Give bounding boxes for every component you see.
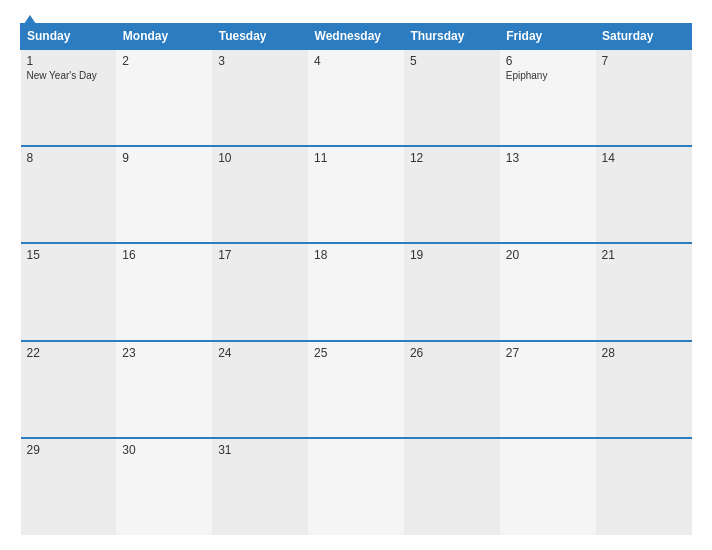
day-cell: 7 (596, 49, 692, 146)
day-number: 20 (506, 248, 590, 262)
day-cell: 12 (404, 146, 500, 243)
day-number: 17 (218, 248, 302, 262)
day-number: 26 (410, 346, 494, 360)
day-header-monday: Monday (116, 24, 212, 50)
day-number: 25 (314, 346, 398, 360)
logo-blue-text (20, 15, 38, 28)
day-cell: 1New Year's Day (21, 49, 117, 146)
day-number: 21 (602, 248, 686, 262)
day-number: 6 (506, 54, 590, 68)
day-cell: 26 (404, 341, 500, 438)
day-cell: 4 (308, 49, 404, 146)
day-cell: 21 (596, 243, 692, 340)
calendar-container: SundayMondayTuesdayWednesdayThursdayFrid… (0, 0, 712, 550)
day-number: 13 (506, 151, 590, 165)
day-cell: 23 (116, 341, 212, 438)
day-cell: 25 (308, 341, 404, 438)
day-cell: 9 (116, 146, 212, 243)
day-number: 29 (27, 443, 111, 457)
day-header-wednesday: Wednesday (308, 24, 404, 50)
day-cell: 2 (116, 49, 212, 146)
day-cell: 30 (116, 438, 212, 535)
day-cell: 15 (21, 243, 117, 340)
day-number: 14 (602, 151, 686, 165)
holiday-name: New Year's Day (27, 70, 111, 81)
logo-triangle-icon (22, 15, 38, 27)
day-cell: 28 (596, 341, 692, 438)
day-cell: 22 (21, 341, 117, 438)
week-row-1: 1New Year's Day23456Epiphany7 (21, 49, 692, 146)
day-cell: 3 (212, 49, 308, 146)
week-row-3: 15161718192021 (21, 243, 692, 340)
day-cell: 18 (308, 243, 404, 340)
day-number: 23 (122, 346, 206, 360)
day-number: 27 (506, 346, 590, 360)
day-number: 12 (410, 151, 494, 165)
day-cell: 10 (212, 146, 308, 243)
day-cell: 31 (212, 438, 308, 535)
day-cell: 14 (596, 146, 692, 243)
week-row-4: 22232425262728 (21, 341, 692, 438)
day-cell: 20 (500, 243, 596, 340)
week-row-5: 293031 (21, 438, 692, 535)
day-number: 31 (218, 443, 302, 457)
day-number: 1 (27, 54, 111, 68)
logo (20, 15, 38, 28)
day-cell: 8 (21, 146, 117, 243)
day-cell: 24 (212, 341, 308, 438)
calendar-table: SundayMondayTuesdayWednesdayThursdayFrid… (20, 23, 692, 535)
day-number: 2 (122, 54, 206, 68)
day-number: 4 (314, 54, 398, 68)
day-cell: 17 (212, 243, 308, 340)
day-number: 5 (410, 54, 494, 68)
day-cell: 5 (404, 49, 500, 146)
day-number: 8 (27, 151, 111, 165)
day-header-saturday: Saturday (596, 24, 692, 50)
day-cell: 16 (116, 243, 212, 340)
day-number: 22 (27, 346, 111, 360)
day-cell (500, 438, 596, 535)
day-header-friday: Friday (500, 24, 596, 50)
day-cell: 29 (21, 438, 117, 535)
day-cell: 6Epiphany (500, 49, 596, 146)
day-cell: 13 (500, 146, 596, 243)
day-number: 24 (218, 346, 302, 360)
day-number: 19 (410, 248, 494, 262)
day-header-thursday: Thursday (404, 24, 500, 50)
day-cell: 27 (500, 341, 596, 438)
day-number: 18 (314, 248, 398, 262)
day-number: 15 (27, 248, 111, 262)
day-header-tuesday: Tuesday (212, 24, 308, 50)
day-number: 28 (602, 346, 686, 360)
day-cell: 11 (308, 146, 404, 243)
day-number: 11 (314, 151, 398, 165)
day-cell (308, 438, 404, 535)
day-cell (404, 438, 500, 535)
day-number: 3 (218, 54, 302, 68)
day-number: 16 (122, 248, 206, 262)
day-number: 30 (122, 443, 206, 457)
holiday-name: Epiphany (506, 70, 590, 81)
week-row-2: 891011121314 (21, 146, 692, 243)
day-number: 9 (122, 151, 206, 165)
day-headers-row: SundayMondayTuesdayWednesdayThursdayFrid… (21, 24, 692, 50)
day-number: 10 (218, 151, 302, 165)
day-cell (596, 438, 692, 535)
day-number: 7 (602, 54, 686, 68)
day-cell: 19 (404, 243, 500, 340)
